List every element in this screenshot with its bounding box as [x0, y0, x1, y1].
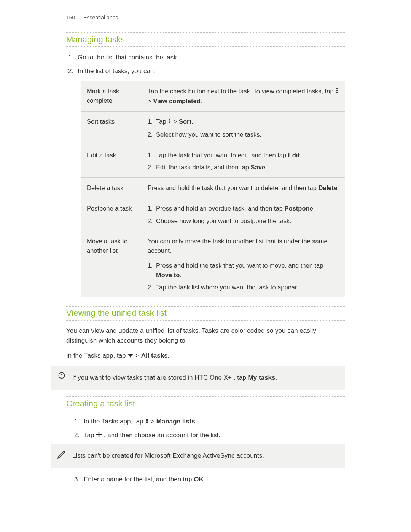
lightbulb-icon [51, 371, 72, 384]
svg-rect-8 [146, 419, 148, 420]
svg-rect-3 [169, 119, 170, 120]
step-text: Go to the list that contains the task. [78, 54, 179, 61]
svg-marker-6 [128, 354, 133, 358]
table-row: Mark a task complete Tap the check butto… [81, 81, 345, 111]
plus-icon [96, 431, 102, 441]
row-intro: You can only move the task to another li… [148, 236, 340, 256]
row-label: Sort tasks [81, 111, 142, 145]
row-content: Tap > Sort. Select how you want to sort … [142, 111, 345, 145]
svg-rect-9 [146, 420, 148, 421]
note-text: Lists can't be created for Microsoft Exc… [72, 451, 264, 461]
table-row: Sort tasks Tap > Sort. Select how you wa… [81, 111, 345, 145]
svg-rect-2 [336, 92, 338, 93]
pencil-icon [51, 449, 72, 462]
tip-callout: If you want to view tasks that are store… [51, 366, 345, 390]
list-item: Edit the task details, and then tap Save… [155, 163, 340, 172]
svg-point-7 [59, 373, 64, 379]
row-content: You can only move the task to another li… [142, 231, 345, 297]
table-row: Move a task to another list You can only… [81, 231, 345, 297]
step-item: In the list of tasks, you can: [75, 66, 345, 76]
page-number: 150 [66, 14, 75, 21]
table-row: Edit a task Tap the task that you want t… [81, 145, 345, 178]
step-item: In the Tasks app, tap > Manage lists. [81, 417, 345, 427]
table-row: Postpone a task Press and hold an overdu… [81, 198, 345, 231]
row-content: Press and hold an overdue task, and then… [142, 198, 345, 231]
svg-rect-5 [169, 122, 170, 123]
paragraph: You can view and update a unified list o… [66, 326, 345, 345]
table-row: Delete a task Press and hold the task th… [81, 178, 345, 198]
managing-steps: Go to the list that contains the task. I… [75, 53, 345, 76]
list-item: Tap the task that you want to edit, and … [155, 150, 340, 160]
tasks-table: Mark a task complete Tap the check butto… [81, 81, 345, 297]
list-item: Press and hold an overdue task, and then… [155, 204, 340, 213]
list-item: Press and hold the task that you want to… [155, 261, 340, 280]
paragraph: In the Tasks app, tap > All tasks. [66, 351, 345, 361]
row-label: Mark a task complete [81, 81, 142, 111]
page-header: 150 Essential apps [66, 14, 345, 22]
svg-rect-0 [336, 88, 338, 89]
section-title-managing: Managing tasks [66, 33, 345, 47]
row-content: Tap the task that you want to edit, and … [142, 145, 345, 178]
svg-rect-1 [336, 90, 338, 91]
section-title-viewing: Viewing the unified task list [66, 307, 345, 321]
overflow-menu-icon [168, 117, 172, 126]
step-item: Tap , and then choose an account for the… [81, 430, 345, 440]
step-item: Enter a name for the list, and then tap … [81, 474, 345, 484]
row-label: Edit a task [81, 145, 142, 178]
overflow-menu-icon [145, 417, 149, 427]
list-item: Tap the task list where you want the tas… [155, 283, 340, 292]
step-item: Go to the list that contains the task. [75, 53, 345, 62]
row-label: Move a task to another list [81, 231, 142, 297]
tip-text: If you want to view tasks that are store… [72, 373, 277, 383]
row-content: Press and hold the task that you want to… [142, 178, 345, 198]
row-label: Delete a task [81, 178, 142, 198]
overflow-menu-icon [335, 86, 339, 96]
creating-steps-cont: Enter a name for the list, and then tap … [81, 474, 345, 484]
section-title-creating: Creating a task list [66, 397, 345, 411]
svg-rect-10 [146, 422, 148, 423]
row-label: Postpone a task [81, 198, 142, 231]
row-content: Tap the check button next to the task. T… [142, 81, 345, 111]
header-section: Essential apps [83, 14, 118, 21]
list-item: Choose how long you want to postpone the… [155, 216, 340, 226]
document-page: 150 Essential apps Managing tasks Go to … [0, 0, 411, 511]
creating-steps: In the Tasks app, tap > Manage lists. Ta… [81, 417, 345, 441]
dropdown-triangle-icon [127, 351, 134, 361]
step-text: In the list of tasks, you can: [78, 67, 156, 75]
note-callout: Lists can't be created for Microsoft Exc… [51, 444, 345, 468]
list-item: Tap > Sort. [155, 117, 340, 127]
svg-rect-4 [169, 121, 170, 122]
list-item: Select how you want to sort the tasks. [155, 130, 340, 139]
